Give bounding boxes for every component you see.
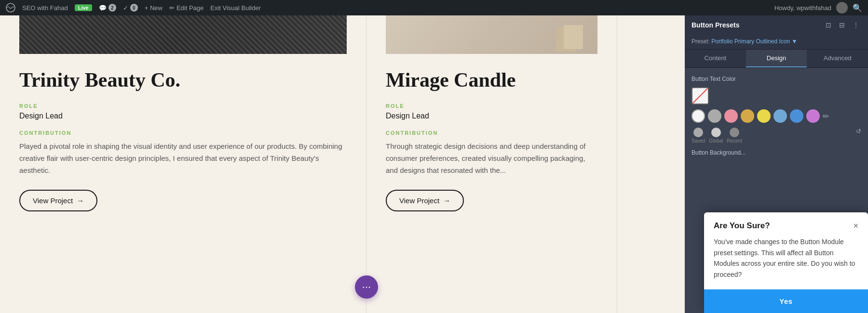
trinity-contribution-label: CONTRIBUTION	[19, 130, 347, 136]
trinity-card-title: Trinity Beauty Co.	[19, 68, 347, 91]
site-name[interactable]: SEO with Fahad	[22, 4, 68, 12]
new-item[interactable]: + New	[145, 4, 163, 12]
mirage-view-project-button[interactable]: View Project →	[386, 190, 464, 211]
dialog-close-button[interactable]: ×	[853, 222, 858, 230]
mirage-card-image	[386, 15, 597, 54]
trinity-view-project-button[interactable]: View Project →	[19, 190, 97, 211]
fab-dots-icon: ···	[362, 281, 371, 293]
color-swatches: ✏	[692, 109, 861, 123]
howdy-text: Howdy, wpwithfahad	[774, 4, 831, 12]
dialog-body: You've made changes to the Button Module…	[704, 236, 868, 289]
swatch-blue[interactable]	[790, 109, 803, 123]
mirage-role-label: ROLE	[386, 103, 597, 109]
swatch-pink[interactable]	[724, 109, 738, 123]
mirage-card: Mirage Candle ROLE Design Lead CONTRIBUT…	[366, 15, 617, 313]
button-background-section: Button Background...	[692, 149, 861, 156]
button-background-label: Button Background...	[692, 149, 861, 156]
comments-item[interactable]: 💬 2	[99, 4, 116, 12]
swatch-none[interactable]	[692, 87, 709, 104]
mirage-arrow-icon: →	[443, 196, 450, 205]
swatch-gold[interactable]	[741, 109, 754, 123]
tab-design[interactable]: Design	[746, 50, 807, 67]
dialog-header: Are You Sure? ×	[704, 212, 868, 236]
preset-link[interactable]: Portfolio Primary Outlined Icon ▼	[711, 38, 797, 45]
swatch-white[interactable]	[692, 109, 705, 123]
color-edit-icon[interactable]: ✏	[823, 112, 829, 121]
approve-count: 0	[130, 4, 138, 12]
preset-text: Preset:	[692, 38, 711, 45]
panel-title: Button Presets	[692, 21, 740, 29]
trinity-contribution-text: Played a pivotal role in shaping the vis…	[19, 141, 347, 176]
mirage-role-value: Design Lead	[386, 112, 597, 120]
columns-icon[interactable]: ⊟	[837, 20, 847, 30]
more-options-icon[interactable]: ⋮	[851, 20, 861, 30]
tab-advanced[interactable]: Advanced	[807, 50, 868, 67]
saved-color[interactable]: Saved	[692, 128, 705, 143]
edit-page-item[interactable]: ✏ Edit Page	[169, 4, 203, 12]
avatar[interactable]	[836, 2, 848, 13]
exit-visual-builder[interactable]: Exit Visual Builder	[210, 4, 261, 12]
reset-icon[interactable]: ↺	[856, 128, 861, 143]
trinity-role-label: ROLE	[19, 103, 347, 109]
comments-count: 2	[108, 4, 116, 12]
search-icon[interactable]: 🔍	[853, 3, 862, 13]
swatch-gray[interactable]	[708, 109, 721, 123]
global-color[interactable]: Global	[709, 128, 723, 143]
dialog-yes-button[interactable]: Yes	[704, 289, 868, 313]
live-badge: Live	[75, 4, 92, 11]
trinity-role-value: Design Lead	[19, 112, 347, 120]
dialog-title: Are You Sure?	[714, 221, 770, 231]
mirage-contribution-label: CONTRIBUTION	[386, 130, 597, 136]
arrow-icon: →	[77, 196, 84, 205]
approve-item[interactable]: ✓ 0	[123, 4, 138, 12]
mirage-card-title: Mirage Candle	[386, 68, 597, 91]
color-section-label: Button Text Color	[692, 76, 861, 82]
swatch-purple[interactable]	[806, 109, 820, 123]
recent-color[interactable]: Recent	[727, 128, 742, 143]
mirage-contribution-text: Through strategic design decisions and d…	[386, 141, 597, 176]
floating-action-button[interactable]: ···	[355, 275, 378, 299]
panel-header: Button Presets ⊡ ⊟ ⋮	[685, 15, 868, 35]
comment-icon: 💬	[99, 4, 107, 12]
portfolio-area: Trinity Beauty Co. ROLE Design Lead CONT…	[0, 15, 868, 313]
trinity-card: Trinity Beauty Co. ROLE Design Lead CONT…	[0, 15, 366, 313]
main-content: Trinity Beauty Co. ROLE Design Lead CONT…	[0, 15, 868, 313]
pencil-icon: ✏	[169, 4, 175, 12]
button-presets-panel: Button Presets ⊡ ⊟ ⋮ Preset: Portfolio P…	[685, 15, 868, 313]
swatch-yellow[interactable]	[757, 109, 771, 123]
maximize-icon[interactable]: ⊡	[824, 20, 833, 30]
admin-bar: SEO with Fahad Live 💬 2 ✓ 0 + New ✏ Edit…	[0, 0, 868, 15]
trinity-card-image	[19, 15, 347, 54]
check-icon: ✓	[123, 4, 128, 12]
dialog-message: You've made changes to the Button Module…	[714, 236, 858, 280]
swatch-blue-light[interactable]	[773, 109, 787, 123]
panel-tabs: Content Design Advanced	[685, 50, 868, 68]
panel-preset-row: Preset: Portfolio Primary Outlined Icon …	[685, 35, 868, 50]
panel-header-icons: ⊡ ⊟ ⋮	[824, 20, 861, 30]
wordpress-logo-icon	[6, 3, 15, 13]
tab-content[interactable]: Content	[685, 50, 746, 67]
color-presets-row: Saved Global Recent ↺	[692, 128, 861, 143]
confirmation-dialog: Are You Sure? × You've made changes to t…	[704, 212, 868, 313]
